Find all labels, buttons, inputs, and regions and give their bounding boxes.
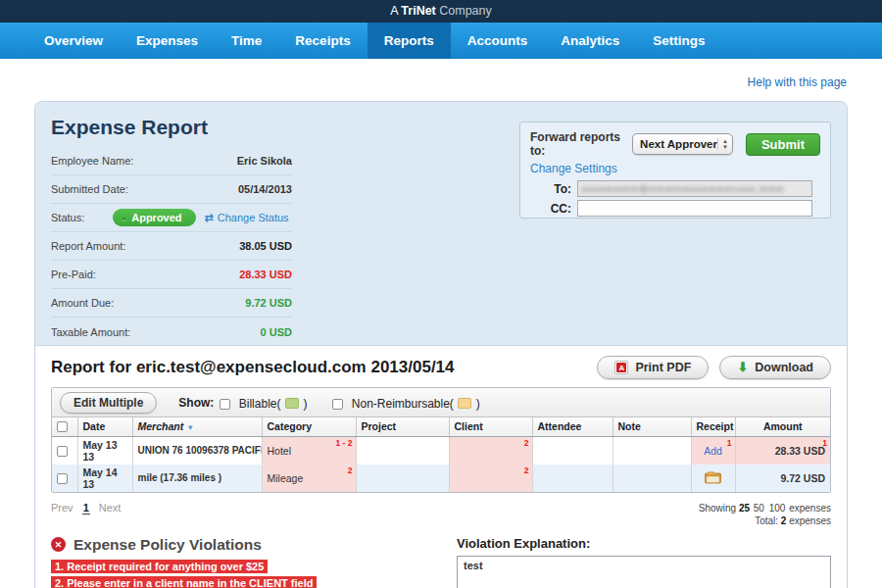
approver-select-value: Next Approver (633, 138, 717, 150)
prepaid-value: 28.33 USD (239, 269, 292, 280)
report-panel: Expense Report Employee Name: Eric Sikol… (34, 101, 848, 588)
print-pdf-button[interactable]: A Print PDF (597, 356, 709, 379)
amount-due-value: 9.72 USD (245, 297, 292, 309)
table-row: May 13 13 UNION 76 10096378 PACIFI... Ho… (52, 436, 830, 465)
taxable-label: Taxable Amount: (51, 326, 130, 338)
nav-tab-time[interactable]: Time (215, 23, 278, 59)
col-header-amount[interactable]: Amount (735, 417, 830, 436)
expenses-table-container: Edit Multiple Show: Billable( ) Non-Reim… (51, 387, 831, 493)
print-pdf-label: Print PDF (635, 361, 691, 374)
nav-tab-reports[interactable]: Reports (368, 23, 451, 59)
cell-date: May 13 13 (77, 436, 132, 465)
col-header-date[interactable]: Date (77, 417, 132, 436)
billable-label: Billable( (239, 397, 281, 411)
employee-value: Eric Sikola (237, 155, 292, 167)
receipt-icon[interactable] (705, 471, 721, 484)
select-all-checkbox[interactable] (57, 421, 68, 432)
cell-project (356, 436, 449, 465)
summary-row-submitted: Submitted Date: 05/14/2013 (51, 175, 292, 204)
change-status-label: Change Status (218, 212, 289, 223)
help-link[interactable]: Help with this page (748, 75, 847, 89)
cell-attendee (532, 465, 612, 492)
table-toolbar: Edit Multiple Show: Billable( ) Non-Reim… (52, 388, 830, 417)
col-header-client[interactable]: Client (449, 417, 532, 436)
next-page-link[interactable]: Next (99, 502, 122, 514)
submitted-label: Submitted Date: (51, 183, 128, 195)
cell-note (612, 465, 691, 492)
cell-amount: 28.33 USD 1 (735, 436, 830, 465)
cell-note (612, 436, 691, 465)
select-stepper-icon: ▲▼ (717, 138, 732, 150)
page-size-100[interactable]: 100 (769, 503, 786, 514)
page-size-50[interactable]: 50 (754, 503, 764, 514)
status-badge[interactable]: ● Approved (113, 209, 196, 226)
col-header-merchant[interactable]: Merchant▼ (132, 417, 262, 436)
page-size-25[interactable]: 25 (739, 503, 750, 514)
change-status-icon: ⇄ (205, 212, 214, 224)
col-header-project[interactable]: Project (356, 417, 449, 436)
nav-tab-overview[interactable]: Overview (27, 23, 120, 59)
summary-row-prepaid: Pre-Paid: 28.33 USD (51, 261, 292, 289)
col-header-attendee[interactable]: Attendee (532, 417, 612, 436)
summary-row-amount-due: Amount Due: 9.72 USD (51, 289, 292, 318)
taxable-value: 0 USD (261, 326, 292, 338)
sort-desc-icon: ▼ (186, 423, 194, 432)
brand-suffix: Company (439, 4, 492, 18)
nonreimbursable-label: Non-Reimbursable( (352, 397, 454, 411)
violation-item: 2. Please enter in a client name in the … (51, 576, 317, 588)
change-status-link[interactable]: ⇄ Change Status (205, 212, 289, 224)
nav-tab-settings[interactable]: Settings (636, 23, 721, 59)
report-amount-value: 38.05 USD (239, 240, 292, 252)
brand-name: TriNet (401, 4, 435, 18)
violations-heading: Expense Policy Violations (74, 536, 262, 554)
download-icon: ⬇ (737, 363, 748, 372)
violation-explanation-section: Violation Explanation: test (457, 532, 831, 588)
row-checkbox[interactable] (57, 446, 68, 457)
forward-reports-panel: Forward reports to: Next Approver ▲▼ Sub… (519, 122, 831, 219)
cell-receipt: Add 1 (691, 436, 735, 465)
row-checkbox[interactable] (57, 473, 68, 484)
billable-checkbox[interactable] (220, 399, 230, 410)
violation-flag: 1 (727, 438, 732, 448)
current-page[interactable]: 1 (82, 502, 90, 514)
brand-prefix: A (390, 4, 398, 18)
violation-flag: 1 - 2 (335, 438, 352, 448)
col-header-category[interactable]: Category (262, 417, 356, 436)
violation-error-icon: ✕ (51, 537, 66, 552)
nav-tab-analytics[interactable]: Analytics (544, 23, 636, 59)
col-header-note[interactable]: Note (612, 417, 691, 436)
report-amount-label: Report Amount: (51, 240, 125, 252)
cell-date: May 14 13 (77, 465, 132, 492)
violation-explanation-input[interactable]: test (457, 556, 831, 588)
amount-due-label: Amount Due: (51, 297, 114, 309)
edit-multiple-button[interactable]: Edit Multiple (60, 392, 157, 414)
nav-tab-receipts[interactable]: Receipts (278, 23, 367, 59)
nonreimbursable-checkbox[interactable] (332, 399, 343, 410)
prev-page-link[interactable]: Prev (51, 502, 74, 514)
nav-tab-expenses[interactable]: Expenses (120, 23, 215, 59)
change-settings-link[interactable]: Change Settings (530, 162, 617, 175)
nonreimbursable-color-swatch (458, 398, 471, 409)
add-receipt-link[interactable]: Add (704, 445, 722, 457)
show-label: Show: (178, 396, 214, 410)
brand-bar: A TriNet Company (0, 0, 882, 23)
col-header-receipt[interactable]: Receipt (691, 417, 735, 436)
status-dot-icon: ● (122, 215, 125, 221)
cell-merchant: UNION 76 10096378 PACIFI... (132, 436, 262, 465)
violation-flag: 1 (822, 438, 827, 448)
to-value-redacted: eeeemmmm@mmmmmeeemmmceee.mmm (582, 184, 785, 194)
page-title: Expense Report (51, 116, 292, 139)
approver-select[interactable]: Next Approver ▲▼ (632, 133, 733, 155)
violation-flag: 2 (524, 466, 529, 475)
nav-tab-accounts[interactable]: Accounts (451, 23, 545, 59)
cc-input[interactable] (577, 200, 812, 217)
violation-flag: 2 (524, 438, 529, 448)
billable-color-swatch (285, 398, 299, 409)
download-button[interactable]: ⬇ Download (719, 356, 831, 379)
total-expenses: Total: 2 expenses (699, 514, 831, 527)
summary-row-employee: Employee Name: Eric Sikola (51, 147, 292, 175)
submitted-value: 05/14/2013 (238, 183, 292, 195)
status-label: Status: (51, 212, 104, 223)
violation-explanation-label: Violation Explanation: (457, 536, 831, 551)
submit-button[interactable]: Submit (746, 133, 820, 156)
